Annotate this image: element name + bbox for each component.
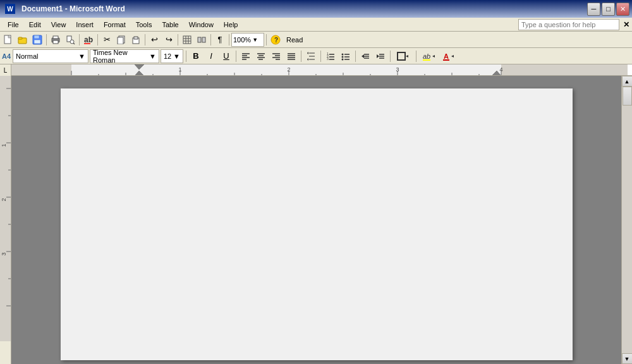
menu-edit[interactable]: Edit [24, 20, 46, 30]
size-arrow: ▼ [173, 52, 180, 60]
svg-text:4: 4 [499, 66, 502, 73]
outside-border-button[interactable] [393, 49, 413, 63]
font-arrow: ▼ [149, 52, 156, 60]
app-icon: W [5, 4, 15, 14]
save-button[interactable] [30, 33, 44, 47]
italic-button[interactable]: I [204, 49, 218, 63]
zoom-arrow: ▼ [252, 37, 258, 43]
svg-text:1: 1 [1, 143, 7, 147]
align-center-button[interactable] [254, 49, 268, 63]
indent-button[interactable] [374, 49, 387, 63]
open-button[interactable] [16, 33, 30, 47]
vertical-ruler: 1 2 3 [0, 76, 11, 364]
insert-table-button[interactable] [180, 33, 194, 47]
font-size-dropdown[interactable]: 12 ▼ [161, 49, 183, 63]
svg-marker-70 [406, 55, 408, 58]
copy-button[interactable] [114, 33, 128, 47]
style-indicator[interactable]: A4 [1, 49, 11, 63]
fmt-sep-6 [390, 51, 391, 62]
zoom-dropdown[interactable]: 100% ▼ [231, 33, 264, 47]
menu-insert[interactable]: Insert [71, 20, 99, 30]
fmt-sep-3 [301, 51, 301, 62]
cut-button[interactable]: ✂ [100, 33, 114, 47]
justify-button[interactable] [284, 49, 298, 63]
toolbar-sep-7 [229, 34, 229, 46]
svg-text:3: 3 [396, 66, 399, 73]
redo-button[interactable]: ↪ [162, 33, 176, 47]
menu-format[interactable]: Format [99, 20, 131, 30]
font-dropdown[interactable]: Times New Roman ▼ [90, 49, 159, 63]
print-preview-button[interactable] [63, 33, 77, 47]
svg-rect-18 [134, 37, 138, 39]
svg-rect-72 [423, 59, 430, 61]
menu-view[interactable]: View [46, 20, 71, 30]
scroll-up-button[interactable]: ▲ [622, 76, 633, 87]
svg-text:2: 2 [287, 66, 290, 73]
window-title: Document1 - Microsoft Word [21, 4, 125, 13]
svg-text:A: A [444, 52, 449, 60]
scroll-track[interactable] [622, 87, 633, 353]
svg-marker-73 [432, 55, 435, 58]
svg-point-59 [342, 58, 344, 60]
scroll-thumb[interactable] [623, 87, 632, 106]
menu-help[interactable]: Help [219, 20, 243, 30]
help-search-input[interactable] [518, 19, 619, 30]
svg-point-57 [342, 56, 344, 58]
scroll-down-button[interactable]: ▼ [622, 353, 633, 364]
svg-text:?: ? [274, 37, 278, 44]
svg-point-55 [342, 53, 344, 55]
help-close-button[interactable]: ✕ [623, 20, 629, 29]
maximize-button[interactable]: □ [602, 3, 615, 16]
bold-button[interactable]: B [189, 49, 203, 63]
svg-rect-75 [443, 59, 449, 61]
fmt-sep-4 [320, 51, 321, 62]
line-spacing-button[interactable] [304, 49, 318, 63]
svg-rect-0 [4, 35, 11, 44]
document-page[interactable] [61, 88, 573, 360]
title-buttons[interactable]: ─ □ ✕ [587, 3, 629, 16]
underline-button[interactable]: U [219, 49, 233, 63]
spelling-button[interactable]: ab [82, 33, 95, 47]
menu-tools[interactable]: Tools [131, 20, 157, 30]
menu-window[interactable]: Window [184, 20, 219, 30]
align-right-button[interactable] [269, 49, 283, 63]
paste-button[interactable] [129, 33, 143, 47]
columns-button[interactable] [195, 33, 209, 47]
font-color-button[interactable]: A [439, 49, 458, 63]
read-button[interactable]: Read [283, 33, 306, 47]
close-button[interactable]: ✕ [616, 3, 629, 16]
fmt-sep-7 [416, 51, 416, 62]
svg-text:2: 2 [1, 198, 7, 201]
numbering-button[interactable]: 1.2.3. [324, 49, 337, 63]
page-area[interactable] [11, 76, 621, 364]
svg-marker-76 [451, 55, 454, 58]
svg-rect-3 [18, 37, 22, 39]
minimize-button[interactable]: ─ [587, 3, 600, 16]
menu-table[interactable]: Table [157, 20, 183, 30]
svg-text:1: 1 [178, 66, 181, 73]
menu-file[interactable]: File [3, 20, 24, 30]
outdent-button[interactable] [358, 49, 372, 63]
help-button[interactable]: ? [269, 33, 283, 47]
svg-rect-9 [53, 40, 58, 44]
style-dropdown[interactable]: Normal ▼ [13, 49, 88, 63]
ruler-corner[interactable]: L [0, 64, 11, 76]
vertical-scrollbar[interactable]: ▲ ▼ [621, 76, 632, 364]
undo-button[interactable]: ↩ [147, 33, 161, 47]
print-button[interactable] [49, 33, 63, 47]
highlight-button[interactable]: ab [419, 49, 438, 63]
zoom-value: 100% [233, 36, 251, 44]
bullets-button[interactable] [339, 49, 353, 63]
svg-rect-24 [198, 37, 201, 42]
toolbar-sep-2 [79, 34, 80, 46]
svg-rect-78 [501, 64, 628, 75]
show-para-button[interactable]: ¶ [213, 33, 227, 47]
align-left-button[interactable] [239, 49, 253, 63]
toolbar-sep-1 [46, 34, 47, 46]
svg-text:ab: ab [84, 35, 93, 44]
fmt-sep-1 [186, 51, 186, 62]
new-button[interactable] [1, 33, 15, 47]
svg-line-12 [73, 43, 75, 44]
style-value: Normal [16, 52, 38, 60]
svg-rect-16 [118, 37, 123, 44]
